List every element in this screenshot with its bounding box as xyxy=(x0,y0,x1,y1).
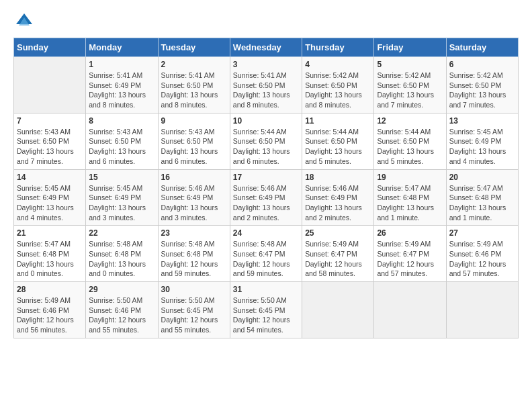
header-cell-monday: Monday xyxy=(86,38,158,57)
day-cell: 17Sunrise: 5:46 AM Sunset: 6:49 PM Dayli… xyxy=(230,169,302,226)
day-cell xyxy=(374,282,446,338)
day-info: Sunrise: 5:50 AM Sunset: 6:45 PM Dayligh… xyxy=(233,295,299,335)
header-cell-saturday: Saturday xyxy=(446,38,518,57)
day-cell: 13Sunrise: 5:45 AM Sunset: 6:49 PM Dayli… xyxy=(446,113,518,169)
week-row-5: 28Sunrise: 5:49 AM Sunset: 6:46 PM Dayli… xyxy=(14,282,519,338)
day-info: Sunrise: 5:43 AM Sunset: 6:50 PM Dayligh… xyxy=(161,127,227,167)
day-number: 21 xyxy=(17,228,83,238)
day-cell xyxy=(14,57,86,113)
day-info: Sunrise: 5:45 AM Sunset: 6:49 PM Dayligh… xyxy=(89,183,154,223)
day-cell: 14Sunrise: 5:45 AM Sunset: 6:49 PM Dayli… xyxy=(14,169,86,226)
day-cell: 11Sunrise: 5:44 AM Sunset: 6:50 PM Dayli… xyxy=(302,113,374,169)
day-info: Sunrise: 5:49 AM Sunset: 6:46 PM Dayligh… xyxy=(449,239,515,279)
day-info: Sunrise: 5:42 AM Sunset: 6:50 PM Dayligh… xyxy=(377,71,443,110)
day-info: Sunrise: 5:48 AM Sunset: 6:48 PM Dayligh… xyxy=(89,239,154,279)
day-number: 14 xyxy=(17,173,83,182)
day-info: Sunrise: 5:49 AM Sunset: 6:47 PM Dayligh… xyxy=(305,239,371,279)
day-cell: 15Sunrise: 5:45 AM Sunset: 6:49 PM Dayli… xyxy=(86,169,158,226)
header-row: SundayMondayTuesdayWednesdayThursdayFrid… xyxy=(14,38,519,57)
logo-icon xyxy=(13,11,35,32)
day-info: Sunrise: 5:47 AM Sunset: 6:48 PM Dayligh… xyxy=(449,183,515,223)
day-cell: 25Sunrise: 5:49 AM Sunset: 6:47 PM Dayli… xyxy=(302,226,374,282)
day-cell: 16Sunrise: 5:46 AM Sunset: 6:49 PM Dayli… xyxy=(158,169,230,226)
day-number: 29 xyxy=(89,285,154,294)
calendar-table: SundayMondayTuesdayWednesdayThursdayFrid… xyxy=(13,38,519,338)
day-number: 6 xyxy=(449,60,515,69)
day-number: 10 xyxy=(233,116,299,126)
day-number: 12 xyxy=(377,116,443,126)
day-info: Sunrise: 5:45 AM Sunset: 6:49 PM Dayligh… xyxy=(17,183,83,223)
day-cell: 6Sunrise: 5:42 AM Sunset: 6:50 PM Daylig… xyxy=(446,57,518,113)
day-cell: 27Sunrise: 5:49 AM Sunset: 6:46 PM Dayli… xyxy=(446,226,518,282)
day-info: Sunrise: 5:50 AM Sunset: 6:46 PM Dayligh… xyxy=(89,295,154,335)
day-cell: 24Sunrise: 5:48 AM Sunset: 6:47 PM Dayli… xyxy=(230,226,302,282)
day-number: 8 xyxy=(89,116,154,126)
day-info: Sunrise: 5:43 AM Sunset: 6:50 PM Dayligh… xyxy=(89,127,154,167)
day-info: Sunrise: 5:49 AM Sunset: 6:46 PM Dayligh… xyxy=(17,295,83,335)
week-row-3: 14Sunrise: 5:45 AM Sunset: 6:49 PM Dayli… xyxy=(14,169,519,226)
week-row-2: 7Sunrise: 5:43 AM Sunset: 6:50 PM Daylig… xyxy=(14,113,519,169)
day-cell: 26Sunrise: 5:49 AM Sunset: 6:47 PM Dayli… xyxy=(374,226,446,282)
day-cell: 1Sunrise: 5:41 AM Sunset: 6:49 PM Daylig… xyxy=(86,57,158,113)
day-info: Sunrise: 5:46 AM Sunset: 6:49 PM Dayligh… xyxy=(233,183,299,223)
day-cell: 22Sunrise: 5:48 AM Sunset: 6:48 PM Dayli… xyxy=(86,226,158,282)
day-cell: 9Sunrise: 5:43 AM Sunset: 6:50 PM Daylig… xyxy=(158,113,230,169)
day-number: 17 xyxy=(233,173,299,182)
day-number: 31 xyxy=(233,285,299,294)
week-row-1: 1Sunrise: 5:41 AM Sunset: 6:49 PM Daylig… xyxy=(14,57,519,113)
header-cell-thursday: Thursday xyxy=(302,38,374,57)
day-number: 18 xyxy=(305,173,371,182)
day-info: Sunrise: 5:44 AM Sunset: 6:50 PM Dayligh… xyxy=(305,127,371,167)
day-number: 2 xyxy=(161,60,227,69)
day-info: Sunrise: 5:47 AM Sunset: 6:48 PM Dayligh… xyxy=(377,183,443,223)
day-info: Sunrise: 5:50 AM Sunset: 6:45 PM Dayligh… xyxy=(161,295,227,335)
day-info: Sunrise: 5:42 AM Sunset: 6:50 PM Dayligh… xyxy=(305,71,371,110)
day-cell: 18Sunrise: 5:46 AM Sunset: 6:49 PM Dayli… xyxy=(302,169,374,226)
day-number: 7 xyxy=(17,116,83,126)
day-number: 1 xyxy=(89,60,154,69)
day-number: 22 xyxy=(89,228,154,238)
day-number: 24 xyxy=(233,228,299,238)
day-cell: 28Sunrise: 5:49 AM Sunset: 6:46 PM Dayli… xyxy=(14,282,86,338)
day-number: 19 xyxy=(377,173,443,182)
day-cell: 3Sunrise: 5:41 AM Sunset: 6:50 PM Daylig… xyxy=(230,57,302,113)
day-number: 11 xyxy=(305,116,371,126)
logo xyxy=(13,11,38,32)
day-cell xyxy=(446,282,518,338)
day-number: 16 xyxy=(161,173,227,182)
day-cell: 8Sunrise: 5:43 AM Sunset: 6:50 PM Daylig… xyxy=(86,113,158,169)
day-number: 4 xyxy=(305,60,371,69)
day-cell: 30Sunrise: 5:50 AM Sunset: 6:45 PM Dayli… xyxy=(158,282,230,338)
day-info: Sunrise: 5:44 AM Sunset: 6:50 PM Dayligh… xyxy=(233,127,299,167)
header-cell-friday: Friday xyxy=(374,38,446,57)
day-cell: 31Sunrise: 5:50 AM Sunset: 6:45 PM Dayli… xyxy=(230,282,302,338)
day-cell: 4Sunrise: 5:42 AM Sunset: 6:50 PM Daylig… xyxy=(302,57,374,113)
day-cell: 20Sunrise: 5:47 AM Sunset: 6:48 PM Dayli… xyxy=(446,169,518,226)
day-info: Sunrise: 5:43 AM Sunset: 6:50 PM Dayligh… xyxy=(17,127,83,167)
day-cell: 21Sunrise: 5:47 AM Sunset: 6:48 PM Dayli… xyxy=(14,226,86,282)
header-cell-wednesday: Wednesday xyxy=(230,38,302,57)
week-row-4: 21Sunrise: 5:47 AM Sunset: 6:48 PM Dayli… xyxy=(14,226,519,282)
day-number: 13 xyxy=(449,116,515,126)
header-cell-sunday: Sunday xyxy=(14,38,86,57)
day-cell: 19Sunrise: 5:47 AM Sunset: 6:48 PM Dayli… xyxy=(374,169,446,226)
day-number: 28 xyxy=(17,285,83,294)
day-info: Sunrise: 5:46 AM Sunset: 6:49 PM Dayligh… xyxy=(305,183,371,223)
day-cell xyxy=(302,282,374,338)
day-cell: 12Sunrise: 5:44 AM Sunset: 6:50 PM Dayli… xyxy=(374,113,446,169)
day-info: Sunrise: 5:48 AM Sunset: 6:47 PM Dayligh… xyxy=(233,239,299,279)
day-number: 30 xyxy=(161,285,227,294)
day-number: 26 xyxy=(377,228,443,238)
day-info: Sunrise: 5:44 AM Sunset: 6:50 PM Dayligh… xyxy=(377,127,443,167)
day-info: Sunrise: 5:45 AM Sunset: 6:49 PM Dayligh… xyxy=(449,127,515,167)
day-number: 23 xyxy=(161,228,227,238)
day-number: 5 xyxy=(377,60,443,69)
day-info: Sunrise: 5:47 AM Sunset: 6:48 PM Dayligh… xyxy=(17,239,83,279)
day-cell: 10Sunrise: 5:44 AM Sunset: 6:50 PM Dayli… xyxy=(230,113,302,169)
header-cell-tuesday: Tuesday xyxy=(158,38,230,57)
day-number: 9 xyxy=(161,116,227,126)
day-info: Sunrise: 5:49 AM Sunset: 6:47 PM Dayligh… xyxy=(377,239,443,279)
day-number: 27 xyxy=(449,228,515,238)
day-info: Sunrise: 5:41 AM Sunset: 6:50 PM Dayligh… xyxy=(233,71,299,110)
day-number: 3 xyxy=(233,60,299,69)
